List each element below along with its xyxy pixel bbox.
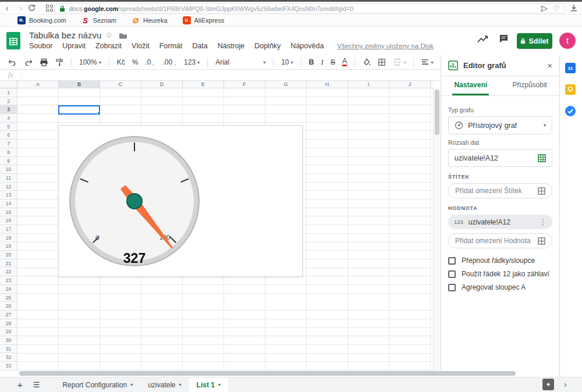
row-header-24[interactable]: 24: [0, 285, 17, 294]
row-header-8[interactable]: 8: [0, 148, 17, 157]
increase-decimal-button[interactable]: .00→: [162, 58, 177, 66]
row-header-11[interactable]: 11: [0, 174, 17, 183]
italic-button[interactable]: I: [321, 58, 324, 67]
bookmark-booking.com[interactable]: B.Booking.com: [17, 16, 66, 24]
menu-item-nápověda[interactable]: Nápověda: [290, 42, 324, 50]
decrease-decimal-button[interactable]: .0←: [145, 58, 155, 66]
checkbox-row[interactable]: Agregovat sloupec A: [448, 283, 552, 291]
menu-item-vložit[interactable]: Vložit: [132, 42, 150, 50]
checkbox-row[interactable]: Přepnout řádky/sloupce: [448, 256, 552, 265]
row-header-13[interactable]: 13: [0, 191, 17, 199]
column-header-I[interactable]: I: [348, 81, 389, 88]
row-header-20[interactable]: 20: [0, 251, 17, 259]
column-header-G[interactable]: G: [265, 81, 307, 88]
move-folder-icon[interactable]: [119, 33, 127, 40]
row-header-26[interactable]: 26: [0, 302, 17, 311]
menu-item-doplňky[interactable]: Doplňky: [254, 42, 281, 50]
row-header-14[interactable]: 14: [0, 199, 17, 208]
explore-button[interactable]: ✦: [542, 379, 554, 390]
bold-button[interactable]: B: [309, 58, 314, 66]
row-header-2[interactable]: 2: [0, 97, 17, 106]
saved-status-link[interactable]: Všechny změny uloženy na Disk: [337, 42, 434, 49]
document-title[interactable]: Tabulka bez názvu: [29, 30, 101, 40]
side-panel-collapse-icon[interactable]: ›: [564, 379, 567, 389]
font-select[interactable]: Arial▾: [215, 58, 265, 66]
strikethrough-button[interactable]: S: [331, 58, 335, 66]
menu-item-data[interactable]: Data: [192, 42, 207, 50]
tasks-icon[interactable]: [565, 106, 576, 116]
select-all-corner[interactable]: [0, 81, 17, 88]
row-header-28[interactable]: 28: [0, 319, 17, 328]
column-header-J[interactable]: J: [389, 81, 431, 88]
row-header-22[interactable]: 22: [0, 268, 17, 276]
row-header-18[interactable]: 18: [0, 234, 17, 243]
text-color-button[interactable]: A: [342, 58, 347, 66]
grid-select-icon[interactable]: [538, 187, 545, 195]
row-header-23[interactable]: 23: [0, 276, 17, 285]
menu-item-formát[interactable]: Formát: [159, 42, 183, 50]
borders-icon[interactable]: [378, 58, 386, 66]
row-header-21[interactable]: 21: [0, 259, 17, 268]
fill-handle[interactable]: [97, 112, 101, 115]
merge-cells-icon[interactable]: ▾: [393, 58, 406, 66]
checkbox-icon[interactable]: [448, 257, 456, 265]
back-icon[interactable]: ‹: [0, 3, 14, 13]
menu-item-upravit[interactable]: Upravit: [62, 42, 86, 50]
row-header-4[interactable]: 4: [0, 114, 17, 123]
select-range-icon[interactable]: [538, 154, 546, 162]
number-format-select[interactable]: 123▾: [184, 58, 200, 66]
column-header-B[interactable]: B: [59, 81, 100, 88]
insights-icon[interactable]: [477, 35, 489, 43]
grid-select-icon[interactable]: [538, 237, 545, 245]
label-range-input[interactable]: Přidat omezení Štítek: [448, 183, 552, 198]
panel-tab-nastavení[interactable]: Nastavení: [441, 76, 501, 95]
url-bar[interactable]: docs.google.com/spreadsheets/d/1PR8rViMP…: [54, 3, 565, 13]
print-icon[interactable]: [40, 58, 48, 67]
more-options-icon[interactable]: ⋮: [540, 218, 546, 226]
row-header-10[interactable]: 10: [0, 165, 17, 174]
menu-item-soubor[interactable]: Soubor: [29, 42, 52, 50]
menu-item-zobrazit[interactable]: Zobrazit: [95, 42, 122, 50]
row-header-17[interactable]: 17: [0, 225, 17, 234]
row-header-7[interactable]: 7: [0, 140, 17, 148]
row-header-33[interactable]: 33: [0, 362, 17, 370]
fill-color-icon[interactable]: [363, 58, 371, 66]
column-header-C[interactable]: C: [100, 81, 141, 88]
row-header-9[interactable]: 9: [0, 157, 17, 166]
star-icon[interactable]: ☆: [105, 30, 113, 40]
add-sheet-icon[interactable]: +: [17, 380, 23, 390]
chart-type-select[interactable]: Přístrojový graf ▾: [448, 116, 552, 134]
column-header-F[interactable]: F: [224, 81, 265, 88]
formula-input[interactable]: [22, 70, 441, 80]
horizontal-scrollbar-thumb[interactable]: [19, 371, 516, 376]
speed-dial-icon[interactable]: [46, 5, 53, 12]
column-header-D[interactable]: D: [141, 81, 183, 88]
menu-item-nástroje[interactable]: Nástroje: [218, 42, 245, 50]
redo-icon[interactable]: [24, 59, 33, 66]
row-header-30[interactable]: 30: [0, 336, 17, 345]
avatar[interactable]: t: [559, 33, 576, 49]
row-header-32[interactable]: 32: [0, 353, 17, 362]
checkbox-icon[interactable]: [448, 284, 456, 291]
calendar-icon[interactable]: 31: [565, 63, 576, 73]
bookmark-seznam[interactable]: SSeznam: [81, 16, 116, 24]
row-header-16[interactable]: 16: [0, 216, 17, 225]
share-button[interactable]: Sdílet: [517, 33, 552, 49]
gauge-chart[interactable]: 0 100 327: [58, 125, 303, 277]
horizontal-align-icon[interactable]: ▾: [421, 59, 433, 66]
font-size-select[interactable]: 10▾: [281, 58, 293, 66]
horizontal-scrollbar[interactable]: [0, 370, 559, 377]
data-range-input[interactable]: uzivatele!A12: [448, 149, 552, 167]
bookmark-heureka[interactable]: ØHeureka: [132, 16, 168, 24]
keep-icon[interactable]: [565, 84, 576, 95]
currency-format-button[interactable]: Kč: [117, 58, 125, 66]
all-sheets-icon[interactable]: ☰: [33, 380, 40, 389]
vertical-scrollbar-thumb[interactable]: [435, 90, 439, 135]
row-header-29[interactable]: 29: [0, 327, 17, 336]
row-header-3[interactable]: 3: [0, 105, 17, 114]
checkbox-row[interactable]: Použít řádek 12 jako záhlaví: [448, 270, 552, 278]
sheet-tab-report-configuration[interactable]: Report Configuration▾: [55, 377, 140, 392]
cells-area[interactable]: 0 100 327: [17, 88, 434, 370]
bookmark-aliexpress[interactable]: ∪AliExpress: [183, 16, 225, 24]
undo-icon[interactable]: [8, 59, 17, 66]
